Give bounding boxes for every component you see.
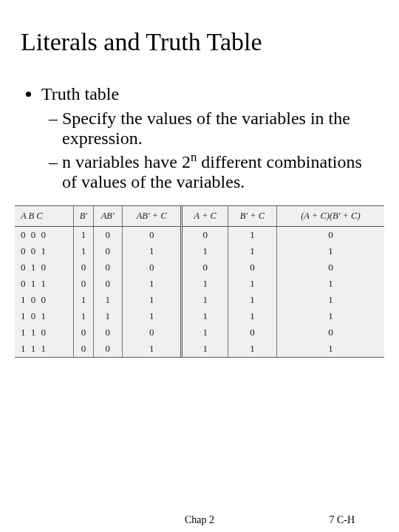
table-header-row: A B C B' AB' AB' + C A + C B' + C (A + C… (15, 206, 384, 227)
cell: 1 (228, 292, 276, 308)
cell: 0 1 1 (15, 276, 74, 292)
cell: 1 (182, 276, 228, 292)
cell: 1 (228, 276, 276, 292)
cell: 1 (182, 243, 228, 259)
cell: 1 (276, 276, 384, 292)
cell: 1 0 0 (15, 292, 74, 308)
cell: 1 (276, 292, 384, 308)
sub-bullet-text: Specify the values of the variables in t… (62, 109, 350, 148)
cell: 1 1 0 (15, 324, 74, 341)
cell: 1 (228, 243, 276, 259)
cell: 1 (182, 341, 228, 357)
footer-right: 7 C-H (329, 514, 355, 526)
bullet-text: Truth table (41, 84, 119, 103)
cell: 0 (93, 243, 122, 259)
cell: 0 (74, 276, 93, 292)
cell: 0 (276, 259, 384, 276)
cell: 0 0 0 (15, 227, 74, 244)
table-row: 1 1 0 0 0 0 1 0 0 (15, 324, 384, 341)
cell: 0 (228, 324, 276, 341)
col-header: AB' (93, 206, 122, 227)
table-row: 0 1 0 0 0 0 0 0 0 (15, 259, 384, 276)
cell: 0 (122, 227, 182, 244)
cell: 0 (182, 259, 228, 276)
cell: 0 (276, 227, 384, 244)
cell: 0 (93, 227, 122, 244)
cell: 0 (93, 341, 122, 357)
cell: 0 (74, 259, 93, 276)
footer-center: Chap 2 (185, 514, 214, 526)
cell: 1 (122, 308, 182, 324)
sub-bullet-item: Specify the values of the variables in t… (62, 109, 378, 149)
cell: 1 0 1 (15, 308, 74, 324)
truth-table-figure: A B C B' AB' AB' + C A + C B' + C (A + C… (15, 205, 384, 358)
cell: 1 (276, 341, 384, 357)
col-header: A + C (182, 206, 228, 227)
cell: 1 (182, 324, 228, 341)
sub-bullet-text-pre: n variables have 2 (62, 152, 191, 171)
cell: 0 (93, 324, 122, 341)
cell: 1 1 1 (15, 341, 74, 357)
table-row: 0 0 1 1 0 1 1 1 1 (15, 243, 384, 259)
cell: 1 (122, 292, 182, 308)
cell: 1 (74, 292, 93, 308)
cell: 0 (182, 227, 228, 244)
cell: 0 (93, 276, 122, 292)
col-header: B' + C (228, 206, 276, 227)
col-header: A B C (15, 206, 74, 227)
cell: 1 (228, 341, 276, 357)
cell: 1 (74, 308, 93, 324)
cell: 1 (74, 227, 93, 244)
cell: 1 (276, 308, 384, 324)
cell: 1 (182, 292, 228, 308)
cell: 1 (122, 276, 182, 292)
bullet-list: Truth table Specify the values of the va… (21, 84, 378, 192)
table-row: 0 1 1 0 0 1 1 1 1 (15, 276, 384, 292)
table-row: 1 1 1 0 0 1 1 1 1 (15, 341, 384, 357)
slide-title: Literals and Truth Table (21, 28, 378, 56)
table-row: 1 0 1 1 1 1 1 1 1 (15, 308, 384, 324)
cell: 1 (93, 308, 122, 324)
cell: 0 (122, 324, 182, 341)
slide: Literals and Truth Table Truth table Spe… (0, 0, 399, 532)
cell: 1 (93, 292, 122, 308)
cell: 1 (228, 308, 276, 324)
cell: 1 (122, 243, 182, 259)
cell: 1 (182, 308, 228, 324)
table-row: 0 0 0 1 0 0 0 1 0 (15, 227, 384, 244)
cell: 0 (228, 259, 276, 276)
cell: 0 0 1 (15, 243, 74, 259)
cell: 0 (93, 259, 122, 276)
cell: 0 1 0 (15, 259, 74, 276)
sub-bullet-list: Specify the values of the variables in t… (41, 109, 378, 192)
cell: 0 (276, 324, 384, 341)
table-row: 1 0 0 1 1 1 1 1 1 (15, 292, 384, 308)
cell: 1 (122, 341, 182, 357)
cell: 0 (74, 341, 93, 357)
cell: 1 (276, 243, 384, 259)
table-body: 0 0 0 1 0 0 0 1 0 0 0 1 1 0 1 1 1 1 (15, 227, 384, 358)
cell: 0 (74, 324, 93, 341)
sub-bullet-item: n variables have 2n different combinatio… (62, 150, 378, 192)
truth-table: A B C B' AB' AB' + C A + C B' + C (A + C… (15, 206, 384, 357)
bullet-item: Truth table Specify the values of the va… (41, 84, 378, 192)
col-header: AB' + C (122, 206, 182, 227)
cell: 1 (74, 243, 93, 259)
col-header: B' (74, 206, 93, 227)
cell: 1 (228, 227, 276, 244)
cell: 0 (122, 259, 182, 276)
col-header: (A + C)(B' + C) (276, 206, 384, 227)
